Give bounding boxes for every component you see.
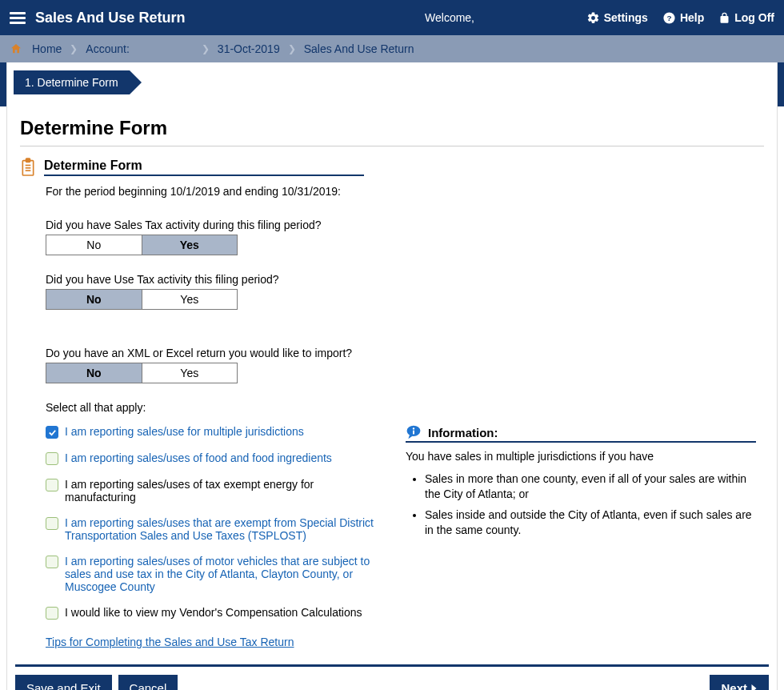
step-indicator[interactable]: 1. Determine Form — [14, 70, 130, 94]
period-text: For the period beginning 10/1/2019 and e… — [46, 185, 764, 198]
app-window: Sales And Use Return Welcome, Settings ?… — [0, 0, 784, 690]
help-icon: ? — [662, 11, 676, 25]
checkbox[interactable] — [46, 479, 58, 491]
toggle-sales-yes[interactable]: Yes — [142, 235, 238, 255]
topbar: Sales And Use Return Welcome, Settings ?… — [0, 0, 784, 35]
checkbox-label[interactable]: I am reporting sales/uses of food and fo… — [65, 451, 332, 464]
info-icon — [406, 425, 422, 439]
breadcrumb-page[interactable]: Sales And Use Return — [304, 42, 414, 55]
menu-icon[interactable] — [10, 10, 26, 26]
checkbox[interactable] — [46, 452, 58, 465]
checkbox-row: I am reporting sales/use for multiple ju… — [46, 425, 382, 439]
app-title: Sales And Use Return — [35, 10, 185, 26]
content-card: 1. Determine Form Determine Form Determi… — [6, 62, 778, 690]
cancel-button[interactable]: Cancel — [118, 675, 178, 690]
select-all-label: Select all that apply: — [46, 401, 764, 414]
breadcrumb-sep: ❯ — [288, 43, 296, 54]
breadcrumb-date[interactable]: 31-Oct-2019 — [218, 42, 280, 55]
toggle-import: No Yes — [46, 363, 238, 383]
question-use: Did you have Use Tax activity this filin… — [46, 273, 764, 286]
toggle-use-no[interactable]: No — [46, 290, 142, 309]
footer: Save and Exit Cancel Next — [15, 664, 769, 690]
section-title: Determine Form — [44, 158, 364, 176]
toggle-sales: No Yes — [46, 235, 238, 255]
logoff-label: Log Off — [734, 11, 774, 24]
svg-rect-3 — [26, 158, 30, 162]
settings-link[interactable]: Settings — [586, 11, 648, 25]
svg-text:?: ? — [666, 14, 671, 22]
checkbox-label: I am reporting sales/uses of tax exempt … — [65, 478, 382, 503]
breadcrumb-account[interactable]: Account: — [86, 42, 129, 55]
help-link[interactable]: ? Help — [662, 11, 704, 25]
checkbox-label[interactable]: I am reporting sales/uses that are exemp… — [65, 516, 382, 542]
gear-icon — [586, 11, 600, 25]
save-exit-button[interactable]: Save and Exit — [15, 675, 112, 690]
checkbox-row: I am reporting sales/uses of tax exempt … — [46, 478, 382, 503]
top-links: Settings ? Help Log Off — [586, 11, 774, 25]
clipboard-icon — [20, 158, 36, 177]
info-title: Information: — [428, 426, 498, 439]
breadcrumb: Home ❯ Account: ❯ 31-Oct-2019 ❯ Sales An… — [0, 35, 784, 62]
question-sales: Did you have Sales Tax activity during t… — [46, 219, 764, 231]
toggle-import-no[interactable]: No — [46, 363, 142, 383]
svg-point-8 — [413, 427, 414, 429]
question-import: Do you have an XML or Excel return you w… — [46, 347, 764, 359]
logoff-link[interactable]: Log Off — [718, 11, 774, 25]
checkbox[interactable] — [46, 607, 58, 620]
checkbox-row: I am reporting sales/uses that are exemp… — [46, 516, 382, 542]
section-header: Determine Form — [20, 158, 764, 177]
info-bullet: Sales inside and outside the City of Atl… — [425, 507, 756, 539]
lock-icon — [718, 11, 730, 25]
divider — [20, 146, 764, 146]
checkbox-label[interactable]: I am reporting sales/use for multiple ju… — [65, 425, 304, 438]
settings-label: Settings — [604, 11, 648, 24]
chevron-right-icon — [750, 684, 758, 691]
toggle-sales-no[interactable]: No — [46, 235, 142, 255]
checkbox[interactable] — [46, 426, 58, 439]
toggle-use: No Yes — [46, 289, 238, 310]
page-title: Determine Form — [20, 117, 764, 139]
breadcrumb-sep: ❯ — [70, 43, 78, 54]
checkbox-label: I would like to view my Vendor's Compens… — [65, 606, 362, 619]
checkbox-column: I am reporting sales/use for multiple ju… — [46, 425, 382, 648]
breadcrumb-sep: ❯ — [202, 43, 210, 54]
help-label: Help — [680, 11, 704, 24]
checkbox[interactable] — [46, 517, 58, 530]
toggle-import-yes[interactable]: Yes — [142, 363, 238, 383]
breadcrumb-home[interactable]: Home — [32, 42, 62, 55]
next-button[interactable]: Next — [710, 675, 769, 690]
info-bullets: Sales in more than one county, even if a… — [425, 471, 756, 539]
toggle-use-yes[interactable]: Yes — [142, 290, 238, 309]
checkbox[interactable] — [46, 556, 58, 568]
home-icon[interactable] — [10, 42, 22, 55]
checkbox-row: I am reporting sales/uses of food and fo… — [46, 451, 382, 465]
svg-rect-9 — [413, 431, 414, 435]
info-panel: Information: You have sales in multiple … — [406, 425, 764, 648]
checkbox-row: I would like to view my Vendor's Compens… — [46, 606, 382, 620]
info-intro: You have sales in multiple jurisdictions… — [406, 449, 756, 465]
next-label: Next — [721, 681, 747, 690]
welcome-text: Welcome, — [297, 11, 474, 24]
checkbox-label[interactable]: I am reporting sales/uses of motor vehic… — [65, 555, 382, 593]
checkbox-row: I am reporting sales/uses of motor vehic… — [46, 555, 382, 593]
tips-link[interactable]: Tips for Completing the Sales and Use Ta… — [46, 636, 294, 648]
info-bullet: Sales in more than one county, even if a… — [425, 471, 756, 503]
